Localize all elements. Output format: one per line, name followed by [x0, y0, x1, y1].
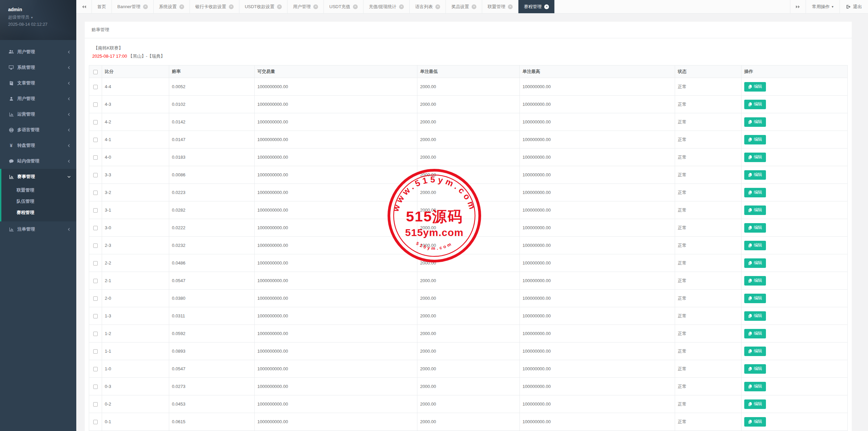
min-cell: 2000.00 — [417, 131, 520, 149]
close-icon[interactable]: × — [277, 4, 282, 9]
select-all-checkbox[interactable] — [93, 70, 98, 74]
edit-button[interactable]: 编辑 — [744, 347, 766, 356]
tabs-scroll-left-button[interactable] — [76, 0, 92, 13]
close-icon[interactable]: × — [353, 4, 358, 9]
sidebar-item[interactable]: 赛事管理 — [1, 169, 76, 184]
close-icon[interactable]: × — [313, 4, 318, 9]
close-icon[interactable]: × — [143, 4, 148, 9]
tab[interactable]: 银行卡收款设置× — [190, 0, 239, 13]
tab[interactable]: 系统设置× — [154, 0, 190, 13]
row-checkbox[interactable] — [93, 279, 98, 283]
row-checkbox[interactable] — [93, 173, 98, 177]
status-cell: 正常 — [675, 413, 742, 431]
copy-icon — [748, 296, 752, 300]
row-checkbox[interactable] — [93, 226, 98, 230]
tab[interactable]: 用户管理× — [288, 0, 324, 13]
row-checkbox[interactable] — [93, 120, 98, 124]
column-header-score: 比分 — [102, 65, 169, 78]
tab[interactable]: 奖品设置× — [446, 0, 482, 13]
tab[interactable]: 首页 — [92, 0, 112, 13]
odds-cell: 0.0102 — [169, 96, 255, 113]
row-checkbox[interactable] — [93, 85, 98, 89]
row-checkbox[interactable] — [93, 138, 98, 142]
sidebar-item[interactable]: 用户管理 — [0, 44, 76, 60]
tabs-scroll-right-button[interactable] — [790, 0, 806, 13]
edit-button[interactable]: 编辑 — [744, 205, 766, 215]
tab[interactable]: 赛程管理× — [518, 0, 555, 13]
row-checkbox[interactable] — [93, 332, 98, 336]
edit-button[interactable]: 编辑 — [744, 117, 766, 127]
sidebar-item[interactable]: 运营管理 — [0, 106, 76, 122]
tab[interactable]: USDT充值× — [324, 0, 363, 13]
edit-button[interactable]: 编辑 — [744, 329, 766, 338]
edit-button[interactable]: 编辑 — [744, 223, 766, 233]
close-icon[interactable]: × — [435, 4, 440, 9]
row-checkbox[interactable] — [93, 191, 98, 195]
row-checkbox[interactable] — [93, 349, 98, 354]
card-header: 赔率管理 — [85, 22, 852, 38]
row-checkbox[interactable] — [93, 367, 98, 371]
copy-icon — [748, 85, 752, 89]
tab[interactable]: USDT收款设置× — [239, 0, 288, 13]
max-cell: 100000000.00 — [520, 131, 675, 149]
volume-cell: 1000000000.00 — [255, 290, 417, 307]
row-checkbox[interactable] — [93, 385, 98, 389]
table-row: 3-3 0.0086 1000000000.00 2000.00 1000000… — [89, 166, 848, 184]
tab[interactable]: 语言列表× — [410, 0, 446, 13]
odds-cell: 0.0893 — [169, 342, 255, 360]
logout-button[interactable]: 退出 — [840, 0, 868, 13]
row-checkbox[interactable] — [93, 402, 98, 407]
edit-button[interactable]: 编辑 — [744, 153, 766, 162]
edit-button[interactable]: 编辑 — [744, 417, 766, 427]
close-icon[interactable]: × — [229, 4, 234, 9]
edit-button[interactable]: 编辑 — [744, 82, 766, 92]
edit-button[interactable]: 编辑 — [744, 276, 766, 286]
row-checkbox[interactable] — [93, 208, 98, 213]
profile-role-dropdown[interactable]: 超级管理员 ▾ — [8, 15, 68, 20]
edit-button[interactable]: 编辑 — [744, 294, 766, 303]
tab[interactable]: Banner管理× — [112, 0, 154, 13]
row-checkbox[interactable] — [93, 261, 98, 266]
sidebar-subitem[interactable]: 赛程管理 — [1, 207, 76, 218]
edit-button[interactable]: 编辑 — [744, 135, 766, 144]
sidebar-item[interactable]: 注单管理 — [0, 221, 76, 237]
row-checkbox[interactable] — [93, 243, 98, 248]
sidebar-item[interactable]: ¥转盘管理 — [0, 138, 76, 153]
close-icon[interactable]: × — [399, 4, 404, 9]
edit-button[interactable]: 编辑 — [744, 399, 766, 409]
row-checkbox[interactable] — [93, 155, 98, 160]
edit-button[interactable]: 编辑 — [744, 364, 766, 374]
sidebar-item[interactable]: 系统管理 — [0, 60, 76, 75]
edit-button[interactable]: 编辑 — [744, 241, 766, 250]
close-icon[interactable]: × — [472, 4, 476, 9]
edit-button[interactable]: 编辑 — [744, 311, 766, 321]
row-checkbox[interactable] — [93, 314, 98, 318]
tab[interactable]: 联盟管理× — [482, 0, 518, 13]
sidebar-item[interactable]: 多语言管理 — [0, 122, 76, 138]
row-checkbox[interactable] — [93, 296, 98, 301]
column-header-max: 单注最高 — [520, 65, 675, 78]
edit-button[interactable]: 编辑 — [744, 188, 766, 197]
edit-button[interactable]: 编辑 — [744, 170, 766, 180]
close-icon[interactable]: × — [544, 4, 549, 9]
tab[interactable]: 充值/提现统计× — [363, 0, 410, 13]
edit-button[interactable]: 编辑 — [744, 382, 766, 391]
volume-cell: 1000000000.00 — [255, 166, 417, 184]
edit-button[interactable]: 编辑 — [744, 100, 766, 109]
row-checkbox[interactable] — [93, 420, 98, 424]
sidebar-item[interactable]: 用户管理 — [0, 91, 76, 106]
caret-down-icon: ▾ — [31, 16, 33, 19]
sidebar-item[interactable]: 文章管理 — [0, 75, 76, 91]
min-cell: 2000.00 — [417, 96, 520, 113]
chevron-left-icon — [67, 113, 71, 116]
row-checkbox[interactable] — [93, 102, 98, 107]
close-icon[interactable]: × — [179, 4, 184, 9]
sidebar-item[interactable]: 站内信管理 — [0, 153, 76, 169]
min-cell: 2000.00 — [417, 113, 520, 131]
close-icon[interactable]: × — [508, 4, 513, 9]
sidebar-subitem[interactable]: 联盟管理 — [1, 184, 76, 196]
edit-button[interactable]: 编辑 — [744, 258, 766, 268]
chevron-left-icon — [67, 159, 71, 163]
quick-actions-dropdown[interactable]: 常用操作 ▾ — [806, 0, 840, 13]
sidebar-subitem[interactable]: 队伍管理 — [1, 196, 76, 207]
